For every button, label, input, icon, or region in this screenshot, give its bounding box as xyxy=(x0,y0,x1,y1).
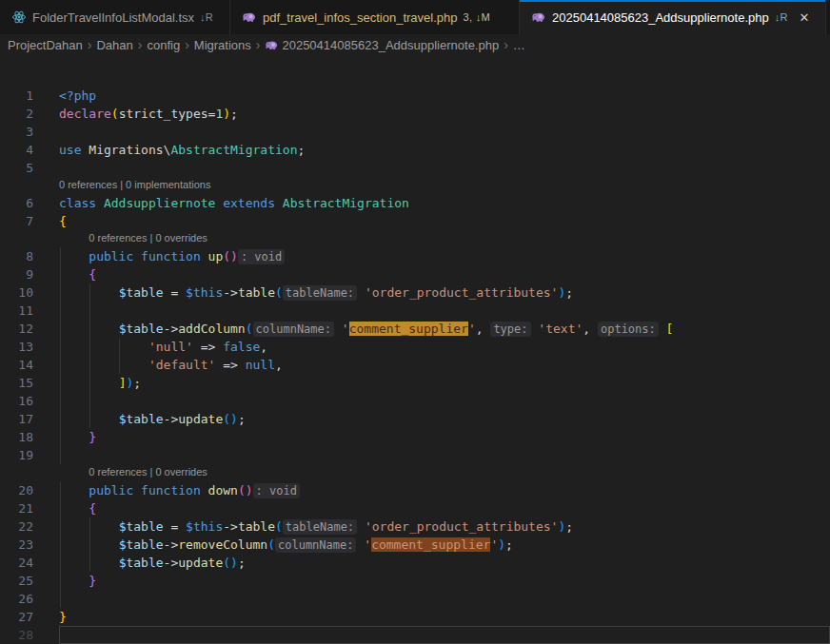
code-line[interactable]: 13 'null' => false, xyxy=(0,338,830,356)
line-number[interactable]: 13 xyxy=(0,338,59,356)
line-number[interactable]: 19 xyxy=(0,446,59,464)
code-line[interactable]: 22 $table = $this->table(tableName: 'ord… xyxy=(0,517,830,536)
code-line[interactable]: 25 } xyxy=(0,572,830,590)
tab-pdf-travel-infos-section[interactable]: pdf_travel_infos_section_travel.php 3, ↓… xyxy=(230,0,520,34)
line-number[interactable]: 6 xyxy=(0,194,59,212)
code-line[interactable]: 11 xyxy=(0,302,830,320)
line-number[interactable]: 23 xyxy=(0,536,59,554)
line-number[interactable]: 10 xyxy=(0,283,59,302)
code-content: 'default' => null, xyxy=(59,356,830,374)
line-number[interactable]: 25 xyxy=(0,572,59,590)
token: extends xyxy=(215,196,282,210)
token: addColumn xyxy=(178,322,245,336)
token: false xyxy=(223,340,260,354)
code-line[interactable]: 3 xyxy=(0,123,830,141)
code-content: class Addsuppliernote extends AbstractMi… xyxy=(59,194,830,212)
code-line[interactable]: 24 $table->update(); xyxy=(0,554,830,572)
token: class xyxy=(59,196,104,210)
breadcrumb-item-dahan[interactable]: Dahan xyxy=(96,38,132,52)
line-number[interactable]: 28 xyxy=(0,626,59,644)
token: -> xyxy=(164,556,179,570)
code-line[interactable]: 21 { xyxy=(0,499,830,517)
indent-guide xyxy=(60,410,61,428)
breadcrumb-item-project[interactable]: ProjectDahan xyxy=(8,38,83,52)
codelens[interactable]: 0 references | 0 implementations xyxy=(0,177,830,194)
token xyxy=(59,249,89,263)
line-number[interactable]: 11 xyxy=(0,302,59,320)
line-number[interactable]: 21 xyxy=(0,499,59,517)
token xyxy=(238,358,246,372)
token xyxy=(201,249,208,263)
token: : void xyxy=(253,483,300,498)
code-line[interactable]: 20 public function down(): void xyxy=(0,481,830,499)
code-line[interactable]: 9 { xyxy=(0,265,830,283)
code-line[interactable]: 26 xyxy=(0,590,830,608)
token xyxy=(59,574,89,588)
indent-guide xyxy=(89,517,90,536)
token: $table xyxy=(119,556,164,570)
line-number[interactable]: 16 xyxy=(0,392,59,410)
code-line[interactable]: 18 } xyxy=(0,428,830,446)
code-content: { xyxy=(59,265,830,283)
code-line[interactable]: 2declare(strict_types=1); xyxy=(0,105,830,123)
code-line[interactable]: 14 'default' => null, xyxy=(0,356,830,374)
line-number[interactable]: 12 xyxy=(0,320,59,338)
line-number[interactable]: 5 xyxy=(0,159,59,177)
code-line[interactable]: 16 xyxy=(0,392,830,410)
token xyxy=(59,267,89,282)
code-line[interactable]: 6class Addsuppliernote extends AbstractM… xyxy=(0,194,830,212)
editor-code[interactable]: 1<?php2declare(strict_types=1);34use Mig… xyxy=(0,55,830,644)
indent-guide xyxy=(60,446,61,464)
code-line[interactable]: 19 xyxy=(0,446,830,464)
breadcrumb-item-symbol[interactable]: … xyxy=(513,38,525,52)
breadcrumb-item-migrations[interactable]: Migrations xyxy=(194,38,251,52)
line-number[interactable]: 18 xyxy=(0,428,59,446)
code-content: } xyxy=(59,608,830,626)
tab-folder-travel-info-list-modal[interactable]: FolderTravelInfoListModal.tsx ↓R xyxy=(0,0,230,34)
tab-addsuppliernote-active[interactable]: 20250414085623_Addsuppliernote.php ↓R ✕ xyxy=(520,0,826,34)
codelens[interactable]: 0 references | 0 overrides xyxy=(0,230,830,247)
code-line[interactable]: 12 $table->addColumn(columnName: 'commen… xyxy=(0,320,830,338)
codelens[interactable]: 0 references | 0 overrides xyxy=(0,464,830,481)
token: { xyxy=(59,214,67,228)
token: ' xyxy=(364,537,371,552)
line-number[interactable]: 15 xyxy=(0,374,59,392)
line-number[interactable]: 14 xyxy=(0,356,59,374)
line-number[interactable]: 8 xyxy=(0,247,59,265)
token xyxy=(59,430,89,444)
line-number[interactable]: 9 xyxy=(0,265,59,283)
code-content: $table = $this->table(tableName: 'order_… xyxy=(59,283,830,302)
line-number[interactable]: 2 xyxy=(0,105,59,123)
line-number[interactable]: 26 xyxy=(0,590,59,608)
code-line[interactable]: 1<?php xyxy=(0,87,830,105)
line-number[interactable]: 24 xyxy=(0,554,59,572)
code-line[interactable]: 15 ]); xyxy=(0,374,830,392)
code-line[interactable]: 17 $table->update(); xyxy=(0,410,830,428)
breadcrumb-item-file[interactable]: 20250414085623_Addsuppliernote.php xyxy=(265,38,499,52)
token: ( xyxy=(223,412,230,426)
line-number[interactable]: 4 xyxy=(0,141,59,159)
line-number[interactable]: 1 xyxy=(0,87,59,105)
code-line[interactable]: 5 xyxy=(0,159,830,177)
code-line[interactable]: 7{ xyxy=(0,212,830,230)
breadcrumb-item-config[interactable]: config xyxy=(147,38,180,52)
token: Migrations\ xyxy=(89,143,170,157)
line-number[interactable]: 3 xyxy=(0,123,59,141)
line-number[interactable]: 22 xyxy=(0,517,59,536)
code-line[interactable]: 10 $table = $this->table(tableName: 'ord… xyxy=(0,283,830,302)
close-icon[interactable]: ✕ xyxy=(795,8,814,27)
code-line[interactable]: 8 public function up(): void xyxy=(0,247,830,265)
token: ( xyxy=(223,249,230,263)
token: , xyxy=(476,322,491,336)
code-line[interactable]: 28 xyxy=(0,626,830,644)
line-number[interactable]: 17 xyxy=(0,410,59,428)
indent-guide xyxy=(60,320,61,338)
code-line[interactable]: 27} xyxy=(0,608,830,626)
line-number[interactable]: 27 xyxy=(0,608,59,626)
code-line[interactable]: 23 $table->removeColumn(columnName: 'com… xyxy=(0,536,830,554)
code-line[interactable]: 4use Migrations\AbstractMigration; xyxy=(0,141,830,159)
line-number[interactable]: 7 xyxy=(0,212,59,230)
token: columnName: xyxy=(275,537,356,553)
line-number[interactable]: 20 xyxy=(0,481,59,499)
code-content xyxy=(59,590,830,608)
